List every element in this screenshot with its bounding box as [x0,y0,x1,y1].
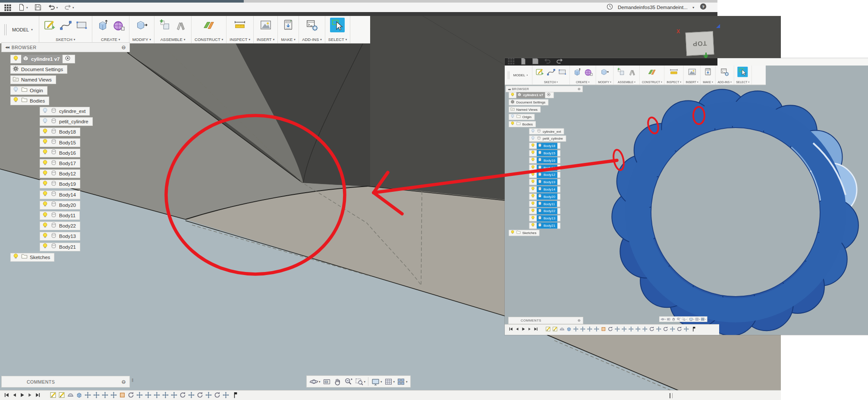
visibility-bulb-icon[interactable] [42,232,48,241]
timeline-step-forward-button[interactable] [27,392,33,400]
ribbon-menu-sketch[interactable]: SKETCH▾ [56,37,75,42]
newcomp-icon[interactable] [616,67,626,77]
timeline-step-back-button[interactable] [11,392,18,400]
joint-icon[interactable] [627,67,637,77]
timeline-feature-move-5[interactable] [93,391,100,400]
visibility-bulb-icon[interactable] [510,121,515,127]
visibility-bulb-icon[interactable] [42,149,48,157]
visibility-bulb-icon[interactable] [531,201,535,206]
newcomp-icon[interactable] [157,18,172,32]
visibility-bulb-icon[interactable] [531,143,535,149]
tree-item-named-views[interactable]: ▷Named Views [9,75,56,84]
timeline-feature-revolve-2[interactable] [67,391,74,400]
timeline-grip[interactable] [670,393,673,398]
document-title[interactable]: Demandeinfos35 Demandeint... [618,5,688,10]
visibility-bulb-icon[interactable] [531,208,535,214]
tree-item-document-settings[interactable]: ▷Document Settings [9,65,67,74]
comments-grip[interactable]: ‖ [132,378,134,383]
rectangle-icon[interactable] [557,67,567,77]
clock-icon[interactable] [606,3,613,12]
timeline-marker-flag[interactable] [231,391,238,400]
timeline-feature-move-20[interactable] [683,326,689,334]
tree-item-body12[interactable]: Body12 [9,169,80,178]
timeline-feature-sketch-0[interactable] [545,326,551,334]
ribbon-menu-inspect[interactable]: INSPECT▾ [230,37,250,42]
visibility-bulb-icon[interactable] [510,92,515,98]
ribbon-menu-assemble[interactable]: ASSEMBLE▾ [618,81,635,84]
tree-item-body22[interactable]: Body22 [508,208,560,214]
tree-item-body13[interactable]: Body13 [9,231,80,241]
tree-item-body11[interactable]: Body11 [9,211,80,220]
tree-item-body20[interactable]: Body20 [508,193,560,200]
timeline-feature-move-5[interactable] [580,326,586,334]
select-icon[interactable] [738,67,748,77]
timeline-feature-sketch-1[interactable] [552,326,558,334]
printer-icon[interactable] [281,18,296,32]
timeline-feature-pattern-15[interactable] [179,391,186,400]
timeline-feature-move-14[interactable] [170,391,178,400]
tree-item-body14[interactable]: Body14 [508,186,560,193]
comments-panel[interactable]: COMMENTS ⊖ ‖ [1,376,130,388]
timeline-feature-move-10[interactable] [136,391,143,400]
timeline-feature-move-12[interactable] [153,391,160,400]
ribbon-menu-sketch[interactable]: SKETCH▾ [544,81,558,84]
visibility-bulb-icon[interactable] [42,243,48,251]
fit-tool[interactable]: ▾ [355,377,366,386]
timeline-feature-move-4[interactable] [84,391,91,400]
visibility-bulb-icon[interactable] [510,230,515,236]
timeline-feature-box-8[interactable] [119,391,126,400]
presspull-icon[interactable] [600,67,610,77]
timeline-feature-move-18[interactable] [205,391,212,400]
redo-icon[interactable]: ▾ [64,3,74,11]
tree-item-body13[interactable]: Body13 [508,215,560,222]
viewcube-top-face[interactable]: TOP [686,31,714,56]
timeline-feature-sketch-0[interactable] [50,391,57,400]
spline-icon[interactable] [546,67,556,77]
visibility-bulb-icon[interactable] [531,157,535,163]
timeline-feature-move-11[interactable] [621,326,627,334]
timeline-marker-flag[interactable] [690,326,696,334]
tree-item-body16[interactable]: Body16 [508,157,560,163]
presspull-icon[interactable] [134,18,149,32]
ribbon-menu-create[interactable]: CREATE▾ [101,37,120,42]
tree-item-body14[interactable]: Body14 [9,190,80,200]
timeline-step-back-button[interactable] [515,326,520,333]
visibility-bulb-icon[interactable] [531,165,535,170]
tree-item-body15[interactable]: Body15 [9,138,80,147]
visibility-bulb-icon[interactable] [531,216,535,221]
ribbon-menu-select[interactable]: SELECT▾ [736,81,749,84]
panel-grip[interactable]: ‖ [132,44,134,49]
timeline-feature-move-11[interactable] [145,391,152,400]
minimize-panel-icon[interactable]: ⊖ [121,44,126,50]
visibility-bulb-icon[interactable] [42,138,48,147]
timeline-feature-move-6[interactable] [587,326,593,334]
measure-icon[interactable] [233,18,247,32]
ribbon-menu-make[interactable]: MAKE▾ [703,81,713,84]
visibility-bulb-icon[interactable] [531,179,535,185]
model-menu-button[interactable]: MODEL▾ [505,66,532,84]
timeline-feature-move-10[interactable] [614,326,620,334]
display-tool[interactable]: ▾ [689,317,694,322]
image-icon[interactable] [258,18,273,32]
timeline-skip-start-button[interactable] [3,392,10,400]
tree-item-cylindre1-v7[interactable]: ◢cylindre1 v7 [508,92,554,98]
timeline-feature-move-13[interactable] [635,326,641,334]
form-icon[interactable] [583,67,594,77]
orbit-tool[interactable]: ▾ [309,377,321,386]
document-title-dropdown[interactable]: ▼ [692,6,695,9]
timeline-feature-revolve-2[interactable] [559,326,565,334]
tree-item-body21[interactable]: Body21 [9,242,80,252]
tree-item-body15[interactable]: Body15 [508,150,560,156]
timeline-feature-pattern-19[interactable] [214,391,221,400]
tree-item-origin[interactable]: ▷Origin [508,113,535,120]
visibility-bulb-icon[interactable] [13,55,19,63]
visibility-bulb-icon[interactable] [42,191,48,199]
visibility-bulb-icon[interactable] [13,86,19,94]
timeline-feature-move-16[interactable] [656,326,662,334]
visibility-bulb-icon[interactable] [531,128,535,134]
tree-item-body17[interactable]: Body17 [9,159,80,168]
timeline-feature-move-14[interactable] [642,326,648,334]
ribbon-menu-modify[interactable]: MODIFY▾ [132,37,151,42]
ribbon-menu-addins[interactable]: ADD-INS▾ [718,81,732,84]
tree-item-sketches[interactable]: ▷Sketches [9,253,54,262]
